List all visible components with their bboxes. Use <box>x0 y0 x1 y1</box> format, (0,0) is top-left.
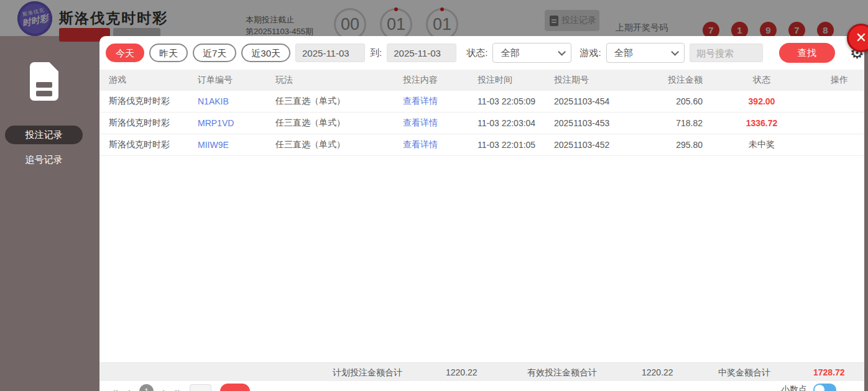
betting-records-modal: 今天 昨天 近7天 近30天 到: 状态: 全部 游戏: 全部 查找 ⚙ 游戏 … <box>99 36 864 391</box>
cell-time: 11-03 22:01:05 <box>478 140 554 150</box>
table-header: 游戏 订单编号 玩法 投注内容 投注时间 投注期号 投注金额 状态 操作 <box>99 70 864 91</box>
column-header-status: 状态 <box>709 75 815 86</box>
sidebar-item[interactable]: 追号记录 <box>5 150 83 169</box>
cell-game: 斯洛伐克时时彩 <box>99 139 198 150</box>
prev-page-button[interactable]: ‹ <box>127 385 131 391</box>
valid-total-value: 1220.22 <box>642 363 673 382</box>
cell-issue: 20251103-454 <box>554 96 647 106</box>
cell-amount: 295.80 <box>647 140 709 150</box>
issue-search-input[interactable] <box>690 44 763 62</box>
column-header-order: 订单编号 <box>198 75 275 86</box>
cell-game: 斯洛伐克时时彩 <box>99 117 198 129</box>
bottom-bar: « ‹ 1 › » 小数点 <box>99 381 864 391</box>
quick-date-filter-button[interactable]: 昨天 <box>149 44 188 62</box>
sidebar-item[interactable]: 投注记录 <box>5 126 83 144</box>
cell-play: 任三直选（单式） <box>275 139 403 150</box>
first-page-button[interactable]: « <box>112 385 118 391</box>
cell-issue: 20251103-452 <box>554 140 647 150</box>
next-page-button[interactable]: › <box>162 385 166 391</box>
quick-date-filter-button[interactable]: 近30天 <box>241 44 290 62</box>
table-row: 斯洛伐克时时彩 MRP1VD 任三直选（单式） 查看详情 11-03 22:03… <box>99 113 864 134</box>
cell-amount: 718.82 <box>647 118 709 128</box>
win-total-value: 1728.72 <box>813 363 845 382</box>
date-to-label: 到: <box>370 47 382 59</box>
decimal-label: 小数点 <box>781 384 807 391</box>
cell-play: 任三直选（单式） <box>275 117 403 129</box>
win-total-label: 中奖金额合计 <box>718 363 770 382</box>
quick-date-filter-button[interactable]: 近7天 <box>193 44 236 62</box>
cell-view-details-link[interactable]: 查看详情 <box>403 96 478 107</box>
status-select[interactable]: 全部 <box>492 43 571 63</box>
column-header-game: 游戏 <box>99 75 198 86</box>
doc-icon-line <box>36 91 52 96</box>
jump-button[interactable] <box>220 384 250 391</box>
toggle-knob <box>815 385 824 391</box>
column-header-amount: 投注金额 <box>647 75 709 86</box>
cell-time: 11-03 22:05:09 <box>478 96 554 106</box>
game-select[interactable]: 全部 <box>606 43 685 63</box>
cell-issue: 20251103-453 <box>554 118 647 128</box>
quick-date-filter-button[interactable]: 今天 <box>106 44 144 62</box>
cell-view-details-link[interactable]: 查看详情 <box>403 139 478 150</box>
last-page-button[interactable]: » <box>175 385 181 391</box>
modal-sidebar: 投注记录 追号记录 <box>0 36 99 391</box>
pagination: « ‹ 1 › » <box>112 384 250 391</box>
plan-total-value: 1220.22 <box>446 363 478 382</box>
current-page-indicator[interactable]: 1 <box>139 384 154 391</box>
game-label: 游戏: <box>580 47 601 59</box>
table-body: 斯洛伐克时时彩 N1AKIB 任三直选（单式） 查看详情 11-03 22:05… <box>99 91 864 156</box>
table-row: 斯洛伐克时时彩 N1AKIB 任三直选（单式） 查看详情 11-03 22:05… <box>99 91 864 113</box>
page-number-input[interactable] <box>190 384 211 391</box>
filter-bar: 今天 昨天 近7天 近30天 到: 状态: 全部 游戏: 全部 查找 ⚙ <box>99 36 864 70</box>
cell-time: 11-03 22:03:04 <box>478 118 554 128</box>
cell-status: 1336.72 <box>709 118 815 128</box>
cell-game: 斯洛伐克时时彩 <box>99 96 198 107</box>
column-header-issue: 投注期号 <box>554 75 647 86</box>
valid-total-label: 有效投注金额合计 <box>527 363 597 382</box>
date-to-input[interactable] <box>387 44 456 62</box>
cell-order-link[interactable]: MRP1VD <box>198 118 275 128</box>
search-button[interactable]: 查找 <box>779 43 835 63</box>
totals-bar: 计划投注金额合计 1220.22 有效投注金额合计 1220.22 中奖金额合计… <box>99 362 864 381</box>
status-select-value: 全部 <box>501 47 519 59</box>
doc-icon-line <box>36 82 52 88</box>
chevron-down-icon <box>558 48 566 56</box>
game-select-value: 全部 <box>614 47 633 59</box>
cell-view-details-link[interactable]: 查看详情 <box>403 117 478 129</box>
decimal-toggle-group: 小数点 <box>781 384 836 391</box>
chevron-down-icon <box>671 48 679 56</box>
table-row: 斯洛伐克时时彩 MIIW9E 任三直选（单式） 查看详情 11-03 22:01… <box>99 134 864 156</box>
cell-status: 未中奖 <box>709 139 815 150</box>
cell-amount: 205.60 <box>647 96 709 106</box>
column-header-time: 投注时间 <box>478 75 554 86</box>
column-header-operation: 操作 <box>815 75 864 86</box>
cell-status: 392.00 <box>709 96 815 106</box>
column-header-play: 玩法 <box>275 75 403 86</box>
column-header-content: 投注内容 <box>403 75 478 86</box>
cell-order-link[interactable]: N1AKIB <box>198 96 275 106</box>
cell-play: 任三直选（单式） <box>275 96 403 107</box>
status-label: 状态: <box>466 47 487 59</box>
records-document-icon <box>30 62 58 101</box>
cell-order-link[interactable]: MIIW9E <box>198 140 275 150</box>
date-from-input[interactable] <box>295 44 365 62</box>
decimal-toggle[interactable] <box>813 384 836 391</box>
plan-total-label: 计划投注金额合计 <box>333 363 402 382</box>
